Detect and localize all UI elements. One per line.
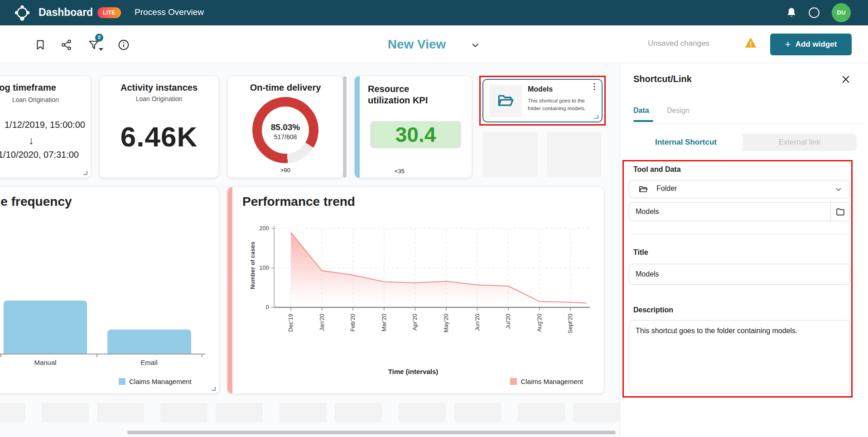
tool-select[interactable]: Folder: [629, 180, 850, 198]
user-avatar[interactable]: DU: [832, 3, 851, 22]
tab-design[interactable]: Design: [667, 107, 690, 115]
description-textarea[interactable]: [629, 320, 850, 393]
filter-caret-icon[interactable]: [99, 48, 103, 51]
chart-title: Performance trend: [242, 194, 355, 209]
svg-text:Apr'20: Apr'20: [411, 314, 418, 330]
filter-count-badge: 0: [95, 34, 103, 42]
widget-title: Activity instances: [100, 83, 218, 93]
resize-handle[interactable]: [212, 387, 216, 391]
shortcut-link-panel: Shortcut/Link Data Design Internal Short…: [620, 63, 868, 437]
svg-text:?: ?: [812, 9, 816, 16]
svg-text:Jul'20: Jul'20: [505, 314, 511, 329]
notifications-bell-icon[interactable]: [786, 7, 797, 19]
chart-legend: Claims Management: [510, 378, 583, 385]
resize-handle[interactable]: [594, 115, 598, 119]
widget-accent-bar: [355, 76, 360, 178]
widget-placeholder: [573, 403, 620, 422]
chart-title: Case frequency: [0, 194, 72, 209]
category-label: Manual: [18, 359, 72, 366]
segment-internal-shortcut[interactable]: Internal Shortcut: [629, 134, 743, 151]
widget-title: Resource utilization KPI: [368, 83, 445, 106]
title-input[interactable]: [629, 264, 850, 285]
x-axis: [0, 354, 205, 354]
legend-swatch: [510, 378, 517, 385]
description-label: Description: [633, 306, 673, 314]
share-icon[interactable]: [61, 39, 72, 51]
x-axis-label: Time (intervals): [255, 368, 572, 375]
shortcut-description: This shortcut goes to the folder contain…: [528, 97, 596, 112]
axis-tick: [202, 354, 203, 357]
svg-text:100: 100: [259, 264, 269, 271]
segment-external-link[interactable]: External link: [743, 134, 857, 151]
widget-on-time-delivery: On-time delivery 85.03% 517/608 >90: [228, 76, 343, 178]
bottom-widget-row: [0, 403, 620, 422]
bookmark-icon[interactable]: [34, 39, 46, 51]
timeframe-start: 1/12/2019, 15:00:00: [5, 120, 85, 130]
view-chevron-down-icon[interactable]: [470, 40, 480, 50]
widget-placeholder: [454, 403, 502, 422]
lite-badge: LITE: [97, 7, 121, 18]
tab-data[interactable]: Data: [633, 107, 649, 115]
chart-legend: Claims Management: [119, 378, 192, 385]
active-tab-underline: [633, 120, 653, 122]
widget-placeholder: [547, 132, 601, 177]
svg-text:Mar'20: Mar'20: [381, 314, 387, 331]
widget-subtitle: Loan Origination: [100, 95, 218, 102]
widget-placeholder: [160, 403, 207, 422]
svg-text:Sept'20: Sept'20: [567, 314, 574, 334]
view-toolbar: 0 New View Unsaved changes +Add widget: [0, 25, 868, 63]
unsaved-changes-label: Unsaved changes: [648, 39, 738, 48]
widget-placeholder: [0, 403, 25, 422]
browse-folder-button[interactable]: [830, 202, 850, 221]
widget-title: Log timeframe: [0, 83, 56, 93]
page-title: Process Overview: [135, 7, 204, 17]
app-logo-icon: [14, 4, 31, 21]
widget-performance-trend: Performance trend Number of cases 010020…: [227, 187, 604, 393]
folder-open-icon: [497, 92, 515, 110]
widget-placeholder: [518, 403, 565, 422]
legend-swatch: [119, 378, 125, 385]
widget-case-frequency: Case frequency Manual Email Claims Manag…: [0, 187, 219, 393]
widget-subtitle: Loan Origination: [12, 96, 59, 103]
kpi-value: 30.4: [370, 121, 461, 148]
axis-tick: [96, 354, 97, 357]
widget-placeholder: [399, 403, 446, 422]
bar-manual: [4, 301, 87, 354]
app-title: Dashboard: [39, 6, 93, 19]
app-header: Dashboard LITE Process Overview ? DU: [0, 0, 868, 25]
horizontal-scrollbar[interactable]: [127, 431, 616, 434]
tool-and-data-label: Tool and Data: [633, 165, 681, 174]
widget-menu-icon[interactable]: [591, 83, 598, 92]
kpi-value: 6.46K: [100, 121, 218, 153]
shortcut-type-toggle: Internal Shortcut External link: [629, 134, 857, 151]
svg-text:Jun'20: Jun'20: [474, 314, 481, 331]
info-icon[interactable]: [118, 39, 130, 51]
gauge-percent: 85.03%: [228, 122, 343, 132]
widget-placeholder: [97, 403, 144, 422]
area-chart: 0100200Dec'19Jan'20Feb'20Mar'20Apr'20May…: [255, 221, 592, 357]
axis-tick: [0, 354, 1, 357]
tool-select-value: Folder: [656, 185, 677, 193]
folder-open-icon: [638, 185, 648, 194]
help-icon[interactable]: ?: [808, 7, 820, 19]
warning-icon: [745, 37, 757, 49]
plus-icon: +: [785, 39, 791, 50]
threshold-label: <35: [395, 168, 405, 175]
gauge-ratio: 517/608: [228, 133, 343, 141]
arrow-down-icon: ↓: [29, 134, 34, 147]
add-widget-button[interactable]: +Add widget: [770, 34, 852, 55]
svg-text:Jan'20: Jan'20: [318, 314, 325, 331]
widget-models-shortcut[interactable]: Models This shortcut goes to the folder …: [482, 79, 603, 122]
shortcut-title: Models: [528, 85, 553, 93]
timeframe-end: 1/10/2020, 07:31:00: [0, 150, 79, 160]
folder-icon: [835, 207, 845, 217]
widget-log-timeframe: Log timeframe Loan Origination 1/12/2019…: [0, 76, 91, 178]
view-title[interactable]: New View: [349, 37, 485, 52]
widgets-vertical-scrollbar[interactable]: [343, 76, 347, 178]
widget-activity-instances: Activity instances Loan Origination 6.46…: [100, 76, 218, 178]
chevron-down-icon: [834, 185, 843, 194]
close-icon[interactable]: [841, 74, 851, 84]
data-item-input[interactable]: [629, 202, 831, 221]
section-divider: [630, 234, 850, 234]
resize-handle[interactable]: [83, 171, 87, 175]
